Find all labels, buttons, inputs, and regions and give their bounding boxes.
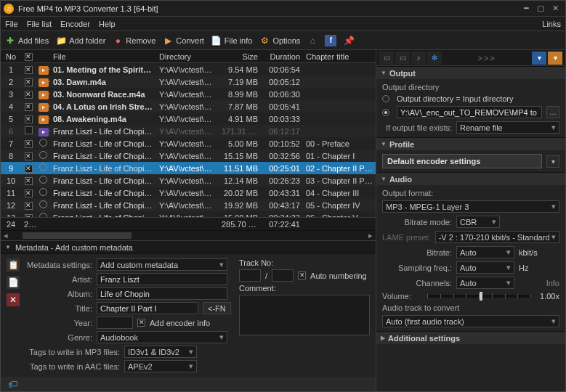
input-dir-radio[interactable] (382, 95, 389, 102)
channels-select[interactable]: Auto (456, 277, 514, 289)
panel-btn-orange[interactable]: ▾ (548, 52, 562, 65)
auto-numbering-checkbox[interactable] (298, 271, 306, 279)
row-checkbox[interactable] (25, 78, 33, 86)
row-checkbox[interactable] (25, 202, 33, 210)
file-exists-select[interactable]: Rename file (456, 121, 559, 134)
convert-button[interactable]: ▶Convert (163, 36, 204, 46)
table-row[interactable]: 11Franz Liszt - Life of Chopin.m4bY:\AV\… (1, 187, 376, 199)
output-section-header[interactable]: ▼Output (376, 66, 565, 79)
info-link[interactable]: Info (546, 279, 559, 287)
encoder-info-checkbox[interactable] (137, 319, 145, 327)
close-button[interactable]: ✕ (548, 3, 562, 15)
year-input[interactable] (97, 317, 133, 329)
panel-btn-2[interactable]: ▭ (395, 52, 410, 65)
lame-preset-select[interactable]: -V 2 : 170-210 kbit/s - Standard (435, 231, 559, 243)
row-checkbox[interactable] (25, 165, 33, 173)
panel-btn-blue[interactable]: ▾ (532, 52, 546, 65)
track-no-input[interactable] (239, 269, 261, 282)
row-checkbox[interactable] (25, 126, 33, 134)
profile-menu-button[interactable]: ▾ (546, 155, 559, 168)
row-checkbox[interactable] (25, 152, 33, 160)
row-checkbox[interactable] (25, 91, 33, 99)
paste-icon[interactable]: 📄 (7, 276, 20, 289)
comment-textarea[interactable] (239, 295, 370, 335)
facebook-button[interactable]: f (325, 35, 336, 46)
table-row[interactable]: 10Franz Liszt - Life of Chopin.m4bY:\AV\… (1, 174, 376, 187)
menu-encoder[interactable]: Encoder (60, 20, 90, 28)
scroll-thumb[interactable] (23, 232, 132, 239)
sampling-freq-select[interactable]: Auto (456, 261, 514, 274)
mp3-tags-select[interactable]: ID3v1 & ID3v2 (124, 346, 197, 358)
table-row[interactable]: 4▸04. A Lotus on Irish Streams.m4aY:\AV\… (1, 100, 376, 113)
panel-btn-1[interactable]: ▭ (379, 52, 394, 65)
title-input[interactable] (97, 302, 198, 314)
col-no[interactable]: No (1, 52, 21, 61)
track-total-input[interactable] (272, 269, 294, 282)
options-button[interactable]: ⚙Options (259, 36, 300, 46)
profile-value[interactable]: Default encoder settings (382, 154, 542, 168)
audio-track-select[interactable]: Auto (first audio track) (382, 315, 559, 327)
col-check[interactable] (21, 52, 36, 61)
browse-button[interactable]: … (546, 106, 559, 118)
profile-section-header[interactable]: ▼Profile (376, 137, 565, 150)
output-dir-input[interactable] (397, 106, 542, 118)
table-row[interactable]: 2▸03. Dawn.m4aY:\AV\vctest\m4a7.19 MB00:… (1, 75, 376, 88)
table-row[interactable]: 12Franz Liszt - Life of Chopin.m4bY:\AV\… (1, 199, 376, 211)
add-files-button[interactable]: ✚Add files (5, 36, 49, 46)
copy-icon[interactable]: 📋 (7, 258, 20, 271)
table-row[interactable]: 9Franz Liszt - Life of Chopin.m4bY:\AV\v… (1, 162, 376, 174)
row-checkbox[interactable] (25, 140, 33, 148)
scroll-left-icon[interactable]: ◂ (1, 231, 11, 241)
minimize-button[interactable]: ━ (519, 3, 533, 15)
row-checkbox[interactable] (25, 66, 33, 74)
table-row[interactable]: 8Franz Liszt - Life of Chopin.m4bY:\AV\v… (1, 150, 376, 162)
music-icon[interactable]: ♪ (411, 52, 426, 65)
col-dur[interactable]: Duration (261, 52, 303, 61)
menu-file[interactable]: File (5, 20, 18, 28)
scroll-right-icon[interactable]: ▸ (365, 231, 376, 241)
maximize-button[interactable]: ▢ (533, 3, 548, 15)
remove-button[interactable]: ●Remove (113, 36, 155, 46)
audio-section-header[interactable]: ▼Audio (376, 172, 565, 185)
row-checkbox[interactable] (25, 103, 33, 111)
clear-icon[interactable]: ✕ (7, 293, 20, 306)
home-button[interactable]: ⌂ (307, 36, 318, 46)
col-dir[interactable]: Directory (156, 52, 219, 61)
table-row[interactable]: 13Franz Liszt - Life of Chopin.m4bY:\AV\… (1, 211, 376, 217)
table-row[interactable]: 5▸08. Awakening.m4aY:\AV\vctest\m4a4.91 … (1, 113, 376, 125)
settings-icon[interactable]: ✻ (427, 52, 442, 65)
col-chapter[interactable]: Chapter title (303, 52, 376, 61)
volume-slider[interactable] (427, 295, 531, 298)
menu-links[interactable]: Links (542, 20, 561, 28)
aac-tags-select[interactable]: APEv2 (124, 360, 197, 372)
horizontal-scrollbar[interactable]: ◂ ▸ (1, 230, 376, 240)
table-row[interactable]: 3▸03. Noonward Race.m4aY:\AV\vctest\m4a8… (1, 88, 376, 100)
add-folder-button[interactable]: 📁Add folder (56, 36, 105, 46)
metadata-header[interactable]: ▼ Metadata - Add custom metadata (1, 240, 376, 254)
fileinfo-button[interactable]: 📄File info (211, 36, 253, 46)
output-format-select[interactable]: MP3 - MPEG-1 Layer 3 (382, 200, 559, 213)
tag-icon[interactable]: 🏷 (5, 375, 21, 391)
album-input[interactable] (97, 287, 227, 300)
row-checkbox[interactable] (25, 115, 33, 123)
menu-help[interactable]: Help (99, 20, 116, 28)
artist-input[interactable] (97, 273, 227, 285)
row-checkbox[interactable] (25, 189, 33, 197)
menu-filelist[interactable]: File list (27, 20, 52, 28)
bitrate-select[interactable]: Auto (456, 246, 514, 258)
custom-dir-radio[interactable] (382, 109, 389, 116)
table-row[interactable]: 7Franz Liszt - Life of Chopin.m4bY:\AV\v… (1, 137, 376, 150)
pin-button[interactable]: 📌 (344, 36, 354, 46)
nav-more[interactable]: >>> (443, 54, 530, 62)
table-row[interactable]: 1▸01. Meeting of the Spirits.m4aY:\AV\vc… (1, 63, 376, 75)
col-size[interactable]: Size (219, 52, 261, 61)
table-row[interactable]: 6▸Franz Liszt - Life of Chopin.m4bY:\AV\… (1, 125, 376, 137)
additional-section-header[interactable]: ▶Additional settings (376, 331, 565, 344)
row-checkbox[interactable] (25, 177, 33, 185)
metadata-settings-select[interactable]: Add custom metadata (97, 258, 227, 271)
file-list[interactable]: 1▸01. Meeting of the Spirits.m4aY:\AV\vc… (1, 63, 376, 217)
bitrate-mode-select[interactable]: CBR (456, 216, 500, 228)
fn-button[interactable]: <-FN (203, 302, 231, 314)
genre-select[interactable]: Audiobook (97, 331, 227, 343)
col-file[interactable]: File (50, 52, 156, 61)
